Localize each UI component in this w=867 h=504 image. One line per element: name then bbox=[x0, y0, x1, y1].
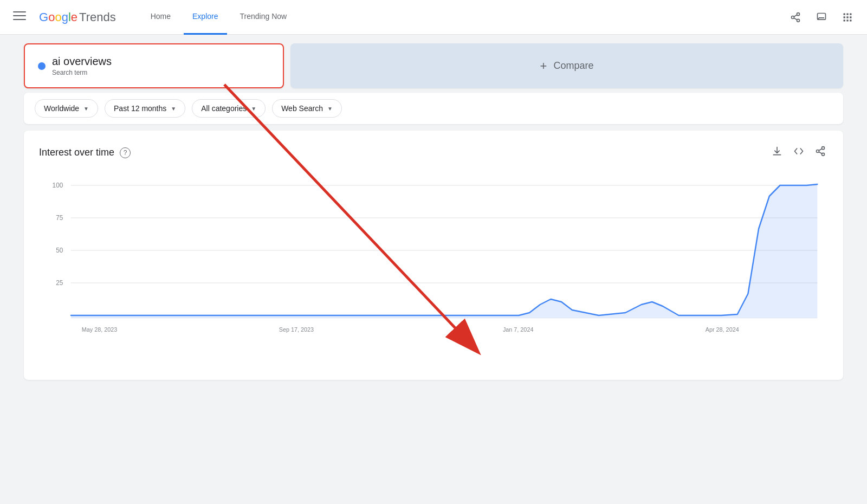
svg-rect-15 bbox=[844, 20, 845, 21]
embed-button[interactable] bbox=[791, 144, 806, 161]
svg-marker-38 bbox=[71, 184, 817, 318]
search-term-label: ai overviews bbox=[52, 55, 112, 68]
region-filter[interactable]: Worldwide ▼ bbox=[35, 99, 98, 118]
svg-text:Sep 17, 2023: Sep 17, 2023 bbox=[279, 326, 314, 333]
svg-line-6 bbox=[794, 18, 797, 20]
chart-card: Interest over time ? bbox=[24, 131, 843, 380]
svg-rect-14 bbox=[850, 16, 851, 18]
filter-bar: Worldwide ▼ Past 12 months ▼ All categor… bbox=[24, 93, 843, 124]
time-filter-label: Past 12 months bbox=[114, 104, 166, 113]
nav-explore[interactable]: Explore bbox=[184, 0, 227, 35]
svg-rect-9 bbox=[844, 13, 845, 15]
search-card[interactable]: ai overviews Search term bbox=[24, 43, 284, 88]
svg-rect-2 bbox=[13, 19, 26, 20]
svg-rect-16 bbox=[846, 20, 848, 21]
chart-title: Interest over time bbox=[39, 147, 114, 158]
svg-rect-1 bbox=[13, 15, 26, 16]
main-header: Google Trends Home Explore Trending Now bbox=[0, 0, 867, 35]
region-filter-label: Worldwide bbox=[44, 104, 79, 113]
compare-card[interactable]: + Compare bbox=[290, 43, 843, 88]
svg-line-24 bbox=[819, 148, 822, 150]
nav-trending-now[interactable]: Trending Now bbox=[231, 0, 296, 35]
svg-point-4 bbox=[792, 16, 794, 18]
download-button[interactable] bbox=[769, 144, 785, 161]
search-section: ai overviews Search term + Compare bbox=[24, 43, 843, 88]
chart-title-area: Interest over time ? bbox=[39, 147, 131, 158]
category-filter-arrow: ▼ bbox=[251, 106, 256, 112]
nav-home[interactable]: Home bbox=[142, 0, 179, 35]
svg-point-5 bbox=[797, 19, 800, 22]
svg-text:50: 50 bbox=[56, 247, 63, 254]
svg-rect-17 bbox=[850, 20, 851, 21]
search-dot bbox=[38, 62, 46, 70]
svg-rect-11 bbox=[850, 13, 851, 15]
chart-actions bbox=[769, 144, 828, 161]
google-wordmark: Google bbox=[39, 10, 77, 24]
search-type-label: Search term bbox=[52, 69, 112, 76]
chart-share-button[interactable] bbox=[813, 144, 828, 161]
svg-point-3 bbox=[797, 12, 800, 15]
svg-rect-12 bbox=[844, 16, 845, 18]
header-left: Google Trends Home Explore Trending Now bbox=[9, 0, 295, 35]
time-filter[interactable]: Past 12 months ▼ bbox=[105, 99, 185, 118]
google-trends-logo[interactable]: Google Trends bbox=[39, 10, 116, 24]
main-content: ai overviews Search term + Compare World… bbox=[11, 35, 856, 389]
interest-chart-svg: 100 75 50 25 May 28, 2023 Sep 17, 2023 J… bbox=[39, 175, 828, 348]
category-filter-label: All categories bbox=[201, 104, 247, 113]
svg-rect-13 bbox=[846, 16, 848, 18]
chart-section: Interest over time ? bbox=[24, 131, 843, 380]
feedback-icon-button[interactable] bbox=[811, 7, 832, 28]
hamburger-icon[interactable] bbox=[9, 5, 30, 29]
svg-line-7 bbox=[794, 15, 797, 16]
search-type-filter-label: Web Search bbox=[281, 104, 323, 113]
svg-rect-0 bbox=[13, 11, 26, 12]
share-icon-button[interactable] bbox=[785, 7, 806, 28]
svg-text:Jan 7, 2024: Jan 7, 2024 bbox=[503, 326, 534, 333]
svg-point-20 bbox=[822, 147, 825, 150]
svg-line-23 bbox=[819, 152, 822, 153]
svg-rect-10 bbox=[846, 13, 848, 15]
category-filter[interactable]: All categories ▼ bbox=[192, 99, 266, 118]
header-right bbox=[785, 7, 858, 28]
chart-header: Interest over time ? bbox=[39, 144, 828, 161]
search-type-filter-arrow: ▼ bbox=[327, 106, 333, 112]
svg-text:75: 75 bbox=[56, 214, 63, 222]
chart-area: 100 75 50 25 May 28, 2023 Sep 17, 2023 J… bbox=[39, 175, 828, 348]
svg-text:100: 100 bbox=[53, 182, 63, 189]
svg-text:Apr 28, 2024: Apr 28, 2024 bbox=[706, 326, 739, 333]
svg-text:May 28, 2023: May 28, 2023 bbox=[82, 326, 118, 333]
svg-point-22 bbox=[822, 153, 825, 156]
trends-wordmark: Trends bbox=[79, 10, 116, 24]
help-icon[interactable]: ? bbox=[120, 147, 131, 158]
svg-text:25: 25 bbox=[56, 279, 63, 287]
time-filter-arrow: ▼ bbox=[171, 106, 176, 112]
region-filter-arrow: ▼ bbox=[83, 106, 89, 112]
main-nav: Home Explore Trending Now bbox=[142, 0, 295, 35]
search-text-area: ai overviews Search term bbox=[52, 55, 112, 76]
apps-icon-button[interactable] bbox=[837, 7, 858, 28]
compare-label: Compare bbox=[553, 60, 593, 72]
search-type-filter[interactable]: Web Search ▼ bbox=[272, 99, 342, 118]
svg-point-21 bbox=[817, 150, 819, 153]
compare-plus-icon: + bbox=[540, 59, 547, 73]
